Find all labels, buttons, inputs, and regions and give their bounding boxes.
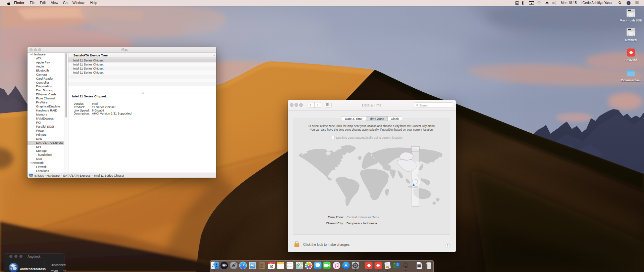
svg-text:AUG: AUG — [270, 263, 272, 264]
svg-text:19: 19 — [269, 265, 273, 269]
